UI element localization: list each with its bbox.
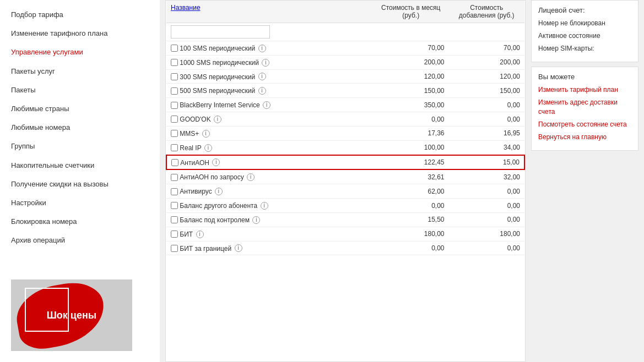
col-header-name[interactable]: Название: [166, 1, 373, 23]
info-icon-antiaon[interactable]: i: [212, 158, 220, 166]
service-monthly-blackberry: 350,00: [373, 98, 449, 112]
col-header-monthly: Стоимость в месяц (руб.): [373, 1, 449, 23]
actions-box: Вы можете Изменить тарифный планИзменить…: [531, 67, 638, 151]
service-checkbox-bit[interactable]: [171, 231, 178, 238]
service-name-mmsplus: MMS+: [178, 130, 201, 138]
service-name-sms300: 300 SMS периодический: [178, 73, 257, 80]
sidebar-item-groups[interactable]: Группы: [0, 137, 160, 156]
account-title: Лицевой счет:: [538, 6, 631, 14]
info-icon-blackberry[interactable]: i: [263, 101, 270, 109]
service-row-name: Антивирус i: [166, 184, 373, 199]
service-row-name: БИТ за границей i: [166, 241, 373, 255]
sidebar-item-settings[interactable]: Настройки: [0, 194, 160, 212]
right-panel: Лицевой счет: Номер не блокирован Активн…: [531, 0, 638, 362]
service-checkbox-sms1000[interactable]: [171, 59, 178, 66]
info-icon-goodok[interactable]: i: [214, 116, 221, 123]
table-row: GOOD'OK i0,000,00: [166, 112, 524, 127]
service-add-antiaon: 15,00: [449, 155, 525, 170]
service-row-name: Баланс под контролем i: [166, 212, 373, 227]
service-filter-input[interactable]: [171, 25, 270, 39]
info-icon-bit_abroad[interactable]: i: [235, 244, 242, 252]
sidebar-item-archive[interactable]: Архив операций: [0, 231, 160, 250]
service-add-sms500: 150,00: [449, 84, 525, 98]
service-name-sms1000: 1000 SMS периодический: [178, 59, 261, 67]
service-name-bit_abroad: БИТ за границей: [178, 244, 234, 252]
info-icon-realip[interactable]: i: [204, 144, 212, 152]
info-icon-bal_control[interactable]: i: [252, 216, 260, 224]
sidebar-item-block[interactable]: Блокировка номера: [0, 212, 160, 231]
table-row: 300 SMS периодический i120,00120,00: [166, 69, 524, 84]
sidebar-item-fav_countries[interactable]: Любимые страны: [0, 100, 160, 118]
service-add-antiaon_req: 32,00: [449, 169, 525, 184]
service-add-bit: 180,00: [449, 227, 525, 241]
table-row: БИТ за границей i0,000,00: [166, 241, 524, 255]
service-name-sms500: 500 SMS периодический: [178, 87, 257, 95]
service-checkbox-bal_control[interactable]: [171, 216, 178, 223]
service-name-realip: Real IP: [178, 144, 203, 152]
info-icon-sms500[interactable]: i: [258, 87, 266, 95]
sidebar-item-services[interactable]: Управление услугами: [0, 43, 160, 62]
service-checkbox-antiaon_req[interactable]: [171, 174, 178, 181]
service-name-bit: БИТ: [178, 231, 195, 238]
service-monthly-sms100: 70,00: [373, 41, 449, 56]
info-icon-sms1000[interactable]: i: [262, 59, 269, 67]
table-row: Баланс под контролем i15,500,00: [166, 212, 524, 227]
service-row-name: GOOD'OK i: [166, 112, 373, 127]
service-checkbox-bal_other[interactable]: [171, 202, 178, 209]
service-row-name: Real IP i: [166, 140, 373, 155]
info-icon-sms300[interactable]: i: [258, 73, 266, 80]
action-link-back_main[interactable]: Вернуться на главную: [538, 133, 631, 142]
service-monthly-bal_other: 0,00: [373, 199, 449, 213]
service-monthly-mmsplus: 17,36: [373, 126, 449, 140]
service-add-bal_control: 0,00: [449, 212, 525, 227]
info-icon-antiaon_req[interactable]: i: [247, 173, 255, 181]
service-checkbox-bit_abroad[interactable]: [171, 245, 178, 252]
service-checkbox-sms500[interactable]: [171, 87, 178, 95]
action-link-change_tarif[interactable]: Изменить тарифный план: [538, 85, 631, 95]
info-icon-bal_other[interactable]: i: [261, 202, 268, 210]
info-icon-bit[interactable]: i: [196, 231, 204, 238]
service-add-blackberry: 0,00: [449, 98, 525, 112]
table-row: 100 SMS периодический i70,0070,00: [166, 41, 524, 56]
service-row-name: Баланс другого абонента i: [166, 199, 373, 213]
service-checkbox-sms300[interactable]: [171, 73, 178, 80]
service-name-bal_control: Баланс под контролем: [178, 216, 251, 224]
service-monthly-sms1000: 200,00: [373, 55, 449, 69]
table-row: БИТ i180,00180,00: [166, 227, 524, 241]
service-checkbox-realip[interactable]: [171, 144, 178, 151]
service-checkbox-goodok[interactable]: [171, 116, 178, 123]
service-name-goodok: GOOD'OK: [178, 116, 213, 123]
sidebar-item-tarifchange[interactable]: Изменение тарифного плана: [0, 24, 160, 43]
info-icon-antivirus[interactable]: i: [215, 188, 223, 195]
sidebar-item-servicepacks[interactable]: Пакеты услуг: [0, 62, 160, 81]
service-checkbox-sms100[interactable]: [171, 45, 178, 52]
info-icon-sms100[interactable]: i: [258, 45, 266, 52]
service-monthly-sms300: 120,00: [373, 69, 449, 84]
sidebar-item-packets[interactable]: Пакеты: [0, 81, 160, 100]
sidebar-item-discount[interactable]: Получение скидки на вызовы: [0, 175, 160, 194]
service-monthly-antivirus: 62,00: [373, 184, 449, 199]
sidebar-item-accum[interactable]: Накопительные счетчики: [0, 156, 160, 175]
action-link-view_state[interactable]: Посмотреть состояние счета: [538, 120, 631, 129]
service-add-sms1000: 200,00: [449, 55, 525, 69]
service-checkbox-antivirus[interactable]: [171, 188, 178, 195]
services-table: Название Стоимость в месяц (руб.) Стоимо…: [166, 1, 525, 255]
services-area: Название Стоимость в месяц (руб.) Стоимо…: [165, 0, 526, 362]
table-row: АнтиАОН по запросу i32,6132,00: [166, 169, 524, 184]
service-row-name: 100 SMS периодический i: [166, 41, 373, 56]
service-add-realip: 34,00: [449, 140, 525, 155]
service-checkbox-blackberry[interactable]: [171, 102, 178, 109]
sidebar-item-fav_numbers[interactable]: Любимые номера: [0, 118, 160, 137]
account-sim-label: Номер SIM-карты:: [538, 44, 631, 53]
service-checkbox-antiaon[interactable]: [171, 159, 178, 166]
service-checkbox-mmsplus[interactable]: [171, 130, 178, 137]
action-link-change_address[interactable]: Изменить адрес доставки счета: [538, 98, 631, 117]
service-name-antiaon: АнтиАОН: [178, 158, 211, 166]
sidebar-banner: Шок цены: [0, 274, 160, 356]
service-name-blackberry: BlackBerry Internet Service: [178, 101, 262, 109]
service-name-sms100: 100 SMS периодический: [178, 45, 257, 52]
account-state: Активное состояние: [538, 31, 631, 41]
info-icon-mmsplus[interactable]: i: [202, 130, 210, 138]
service-monthly-antiaon_req: 32,61: [373, 169, 449, 184]
sidebar-item-tarifpodbor[interactable]: Подбор тарифа: [0, 6, 160, 24]
